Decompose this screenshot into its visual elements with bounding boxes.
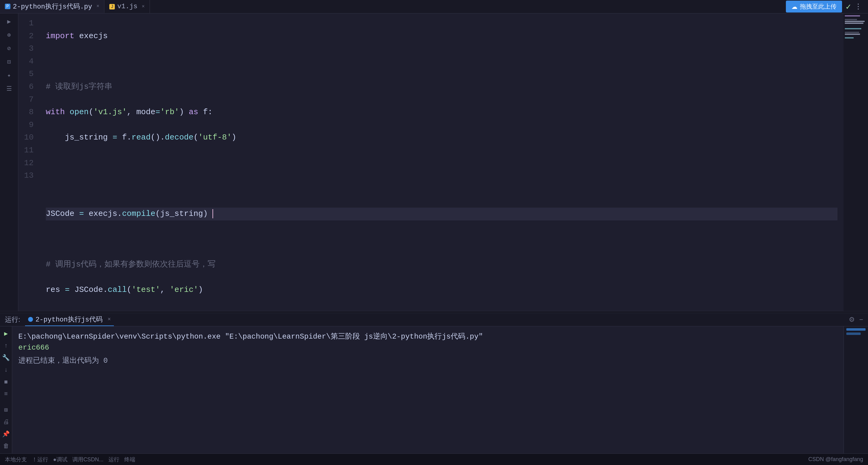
run-panel-header: 运行: 2-python执行js代码 × ⚙ − (0, 313, 868, 327)
run-body: ▶ ↑ 🔧 ↓ ■ ≡ ⊞ 🖨 📌 🗑 E:\pachong\LearnSpid… (0, 327, 868, 454)
run-panel-right: ⚙ − (849, 316, 863, 323)
editor-minimap (844, 13, 868, 311)
run-down-btn[interactable]: ↓ (2, 366, 10, 374)
tab-right-area: ☁ 拖拽至此上传 ✓ ⋮ (786, 1, 868, 12)
sidebar-block-icon[interactable]: ⊘ (4, 43, 14, 54)
sidebar-grid-icon[interactable]: ⊡ (4, 56, 14, 67)
status-right: CSDN @fangfangfang (808, 456, 863, 463)
editor-area: ▶ ⊕ ⊘ ⊡ ✦ ☰ 1 2 3 4 5 6 7 8 9 10 11 12 1… (0, 13, 868, 311)
status-branch: 本地分支 (5, 456, 27, 463)
tab-bar: P 2-python执行js代码.py × J v1.js × ☁ 拖拽至此上传… (0, 0, 868, 13)
upload-label: 拖拽至此上传 (800, 2, 837, 11)
sidebar-menu-icon[interactable]: ☰ (4, 83, 14, 94)
status-run: ！运行 (32, 456, 48, 463)
run-tab-label: 2-python执行js代码 (35, 315, 102, 324)
run-label: 运行: (5, 315, 20, 324)
tab-js-icon: J (109, 4, 115, 9)
tab-py-icon: P (5, 4, 10, 9)
run-tab-icon (28, 317, 33, 322)
tab-python-close[interactable]: × (96, 4, 99, 9)
run-trash-btn[interactable]: 🗑 (2, 442, 10, 451)
sidebar-star-icon[interactable]: ✦ (4, 70, 14, 81)
tab-python[interactable]: P 2-python执行js代码.py × (0, 0, 104, 13)
run-output: E:\pachong\LearnSpider\venv\Scripts\pyth… (12, 327, 844, 454)
run-tab[interactable]: 2-python执行js代码 × (25, 313, 114, 326)
status-terminal: 终端 (124, 456, 135, 463)
status-bar: 本地分支 ！运行 ●调试 调用CSDN... 运行 终端 CSDN @fangf… (0, 454, 868, 465)
run-settings-icon[interactable]: ⚙ (849, 316, 855, 323)
tabs-container: P 2-python执行js代码.py × J v1.js × (0, 0, 150, 13)
run-toolbar: ▶ ↑ 🔧 ↓ ■ ≡ ⊞ 🖨 📌 🗑 (0, 327, 12, 454)
tab-python-label: 2-python执行js代码.py (13, 2, 92, 11)
code-editor[interactable]: import execjs # 读取到js字符串 with open('v1.j… (40, 13, 844, 311)
line-numbers: 1 2 3 4 5 6 7 8 9 10 11 12 13 (18, 13, 40, 311)
status-csdn: 调用CSDN... (72, 456, 103, 463)
run-stop-btn[interactable]: ■ (2, 378, 10, 386)
status-run2: 运行 (108, 456, 119, 463)
tab-js[interactable]: J v1.js × (104, 0, 150, 13)
upload-button[interactable]: ☁ 拖拽至此上传 (786, 1, 842, 12)
status-user: CSDN @fangfangfang (808, 456, 863, 462)
sidebar-add-icon[interactable]: ⊕ (4, 29, 14, 40)
run-up-btn[interactable]: ↑ (2, 342, 10, 350)
run-grid-btn[interactable]: ⊞ (2, 406, 10, 414)
status-debug: ●调试 (53, 456, 67, 463)
run-minimap (844, 327, 868, 454)
run-pin-btn[interactable]: 📌 (2, 430, 10, 438)
run-print-btn[interactable]: 🖨 (2, 418, 10, 426)
run-output-path: E:\pachong\LearnSpider\venv\Scripts\pyth… (18, 331, 837, 341)
run-tab-close[interactable]: × (107, 316, 111, 322)
run-wrench-btn[interactable]: 🔧 (2, 353, 10, 362)
sidebar-run-icon[interactable]: ▶ (4, 16, 14, 27)
run-play-btn[interactable]: ▶ (2, 330, 10, 338)
status-left: 本地分支 ！运行 ●调试 调用CSDN... 运行 终端 (5, 456, 135, 463)
code-container: 1 2 3 4 5 6 7 8 9 10 11 12 13 import exe… (18, 13, 844, 311)
editor-main: 1 2 3 4 5 6 7 8 9 10 11 12 13 import exe… (18, 13, 868, 311)
run-list-btn[interactable]: ≡ (2, 390, 10, 398)
run-output-exit: 进程已结束，退出代码为 0 (18, 355, 837, 365)
check-icon: ✓ (846, 2, 851, 12)
run-minimize-icon[interactable]: − (859, 316, 863, 323)
tab-js-label: v1.js (117, 3, 137, 10)
run-panel: 运行: 2-python执行js代码 × ⚙ − ▶ ↑ 🔧 ↓ ■ ≡ ⊞ 🖨… (0, 313, 868, 454)
left-sidebar: ▶ ⊕ ⊘ ⊡ ✦ ☰ (0, 13, 18, 311)
more-options-icon[interactable]: ⋮ (855, 2, 862, 11)
upload-icon: ☁ (792, 3, 798, 10)
run-output-result: eric666 (18, 343, 837, 352)
tab-js-close[interactable]: × (142, 4, 145, 9)
